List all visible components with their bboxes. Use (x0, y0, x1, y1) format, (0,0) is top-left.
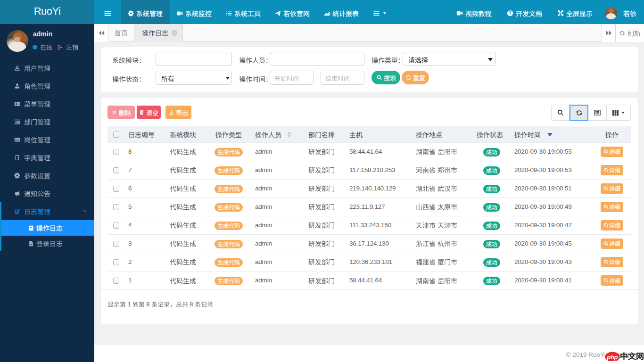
svg-text:php: php (607, 354, 618, 361)
